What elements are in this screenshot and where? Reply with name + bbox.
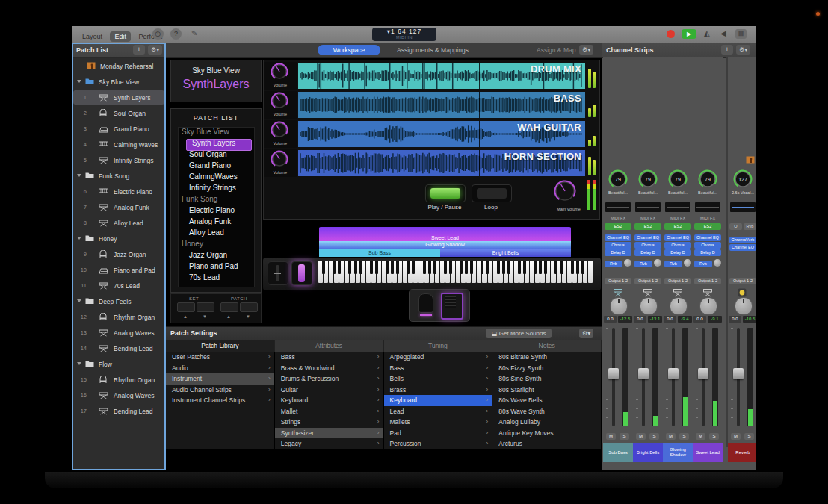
send-slot-button[interactable]: Rvb [694,261,712,267]
pitch-wheel[interactable] [268,261,288,285]
screen-patch-row[interactable]: 70s Lead [179,273,254,284]
screen-set-row[interactable]: Honey [179,240,254,251]
library-item[interactable]: 80s Bitrate Synth [492,352,601,363]
library-item[interactable]: User Patches› [166,352,274,363]
strip-name-tag[interactable]: Sub Bass [603,443,633,462]
screen-patch-row[interactable]: Jazz Organ [179,251,254,262]
strip-level-knob[interactable]: 79 [638,169,658,192]
black-key[interactable] [497,261,500,274]
send-level-knob[interactable] [714,259,721,267]
instrument-slot-button[interactable]: ES2 [664,223,691,230]
library-item[interactable]: Brass & Woodwind› [275,363,383,374]
insert-slot-button[interactable]: Channel EQ [729,244,756,251]
mode-layout[interactable]: Layout [78,31,107,42]
library-item[interactable]: 80s Wave Bells [492,395,601,406]
library-item[interactable]: Brass› [384,385,492,396]
patch-row[interactable]: 14Bending Lead [72,340,166,356]
black-key[interactable] [460,261,463,274]
library-item[interactable]: 80s Sine Synth [492,373,601,385]
output-slot-button[interactable]: Output 1-2 [694,278,721,284]
set-down-button[interactable] [197,302,214,312]
tab-patch-library[interactable]: Patch Library [166,340,275,352]
patch-set-row[interactable]: Flow [72,356,166,372]
instrument-slot-button[interactable]: ES2 [605,223,631,230]
pencil-icon[interactable]: ✎ [191,29,197,37]
black-key[interactable] [375,261,378,274]
strip-level-knob[interactable]: 127 [733,169,753,192]
waveform-display[interactable]: DRUM MIX [298,63,585,89]
library-item[interactable]: Analog Lullaby [492,417,601,428]
screen-set-row[interactable]: Sky Blue View [179,128,254,139]
panels-icon[interactable]: ⦀⦀ [735,29,747,39]
waveform-display[interactable]: BASS [298,92,585,118]
eq-thumbnail[interactable] [730,202,756,212]
black-key[interactable] [386,261,389,274]
screen-patch-row[interactable]: Alloy Lead [179,228,254,240]
strip-name-tag[interactable]: Sweet Lead [693,443,723,462]
black-key[interactable] [449,261,452,274]
insert-slot-button[interactable]: Delay D [634,249,661,256]
fader-cap[interactable] [733,368,744,379]
tab-attributes[interactable]: Attributes [275,340,384,352]
send-level-knob[interactable] [684,259,691,267]
eq-thumbnail[interactable] [665,202,690,212]
white-key[interactable] [588,261,593,283]
strip-name-tag[interactable]: Reverb [728,443,756,462]
black-key[interactable] [518,261,521,274]
screen-patch-row[interactable]: Grand Piano [179,161,254,172]
strip-level-knob[interactable]: 79 [608,169,628,192]
assign-map-button[interactable]: Assign & Map [537,46,575,54]
black-key[interactable] [481,261,483,274]
patch-row[interactable]: 4Calming Waves [72,137,166,152]
aux-input-button[interactable]: O [729,223,742,230]
record-icon[interactable] [667,30,675,38]
black-key[interactable] [428,261,431,274]
black-key[interactable] [539,261,542,274]
insert-slot-button[interactable]: Chorus [664,242,691,249]
patch-row[interactable]: 6Electric Piano [72,184,166,199]
solo-button[interactable]: S [709,433,719,440]
screen-patch-row[interactable]: Electric Piano [179,206,254,217]
library-item[interactable]: Keyboard› [384,395,492,406]
black-key[interactable] [523,261,526,274]
insert-slot-button[interactable]: Chorus [605,242,631,249]
solo-button[interactable]: S [620,433,629,440]
layer-bar-sweet-lead[interactable]: Sweet Lead [319,227,571,241]
screen-patch-row[interactable]: Soul Organ [179,150,254,161]
aux-input-button[interactable]: Rvb [744,223,756,230]
piano-keys[interactable] [318,261,593,283]
black-key[interactable] [391,261,394,274]
patch-set-row[interactable]: Honey [72,231,166,246]
playhead-line[interactable] [479,92,480,118]
fader-cap[interactable] [698,368,708,379]
patch-row[interactable]: 7Analog Funk [72,199,166,215]
volume-fader[interactable] [728,326,756,429]
library-item[interactable]: Legacy› [275,438,383,449]
black-key[interactable] [486,261,489,274]
instrument-slot-button[interactable]: ES2 [694,223,721,230]
playhead-line[interactable] [479,121,480,147]
black-key[interactable] [571,261,574,274]
layer-bar-glowing-shadow[interactable]: Glowing Shadow [319,241,571,249]
pan-knob[interactable] [699,297,717,315]
playhead-line[interactable] [479,63,480,89]
library-item[interactable]: Bass› [275,352,383,363]
strip-name-tag[interactable]: Bright Bells [633,443,663,462]
black-key[interactable] [348,261,351,274]
black-key[interactable] [354,261,357,274]
output-slot-button[interactable]: Output 1-2 [729,278,756,284]
chevron-down-icon[interactable] [77,299,81,302]
set-up-button[interactable] [177,302,195,312]
black-key[interactable] [502,261,505,274]
mute-button[interactable]: M [636,433,646,440]
tab-tuning[interactable]: Tuning [384,340,493,352]
solo-button[interactable]: S [679,433,689,440]
library-item[interactable]: Pad› [384,428,492,439]
send-slot-button[interactable]: Rvb [634,261,652,267]
fader-cap[interactable] [638,368,649,379]
insert-slot-button[interactable]: Delay D [664,249,691,256]
black-key[interactable] [396,261,399,274]
instrument-slot-button[interactable]: ES2 [634,223,661,230]
patch-row[interactable]: 10Piano and Pad [72,262,166,278]
mute-button[interactable]: M [731,433,741,440]
